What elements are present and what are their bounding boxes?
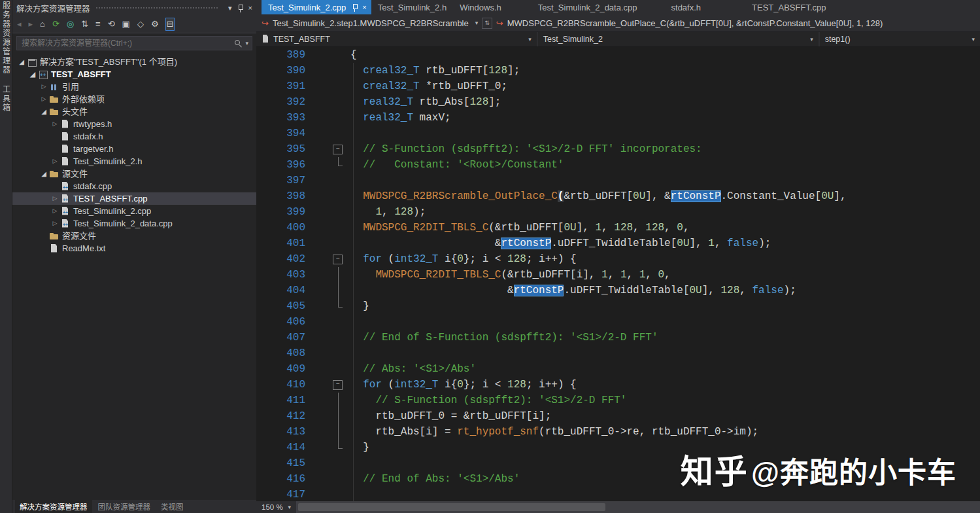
nav-dropdown-TEST_ABSFFT[interactable]: TEST_ABSFFT▾ [256,32,538,46]
scope-icon[interactable]: ◎ [66,18,75,30]
code-line-391[interactable]: 391 creal32_T *rtb_uDFFT_0; [256,79,980,94]
tool-window-tab-工具箱[interactable]: 工具箱 [1,85,12,113]
tree-item-Test_Simulink_2.cpp[interactable]: ▷Test_Simulink_2.cpp [12,205,256,217]
horizontal-scrollbar[interactable] [297,501,980,513]
chevron-down-icon[interactable]: ▾ [475,20,479,26]
tab-Test_Simulink_2.cpp[interactable]: Test_Simulink_2.cpp× [262,0,371,14]
collapse-all-icon[interactable]: ⊟ [165,18,175,31]
close-icon[interactable]: × [248,4,252,12]
search-input[interactable] [20,38,234,48]
tree-item-ReadMe.txt[interactable]: ReadMe.txt [12,242,256,255]
code-line-407[interactable]: 407 // End of S-Function (sdspfft2): '<S… [256,330,980,345]
code-line-413[interactable]: 413 rtb_Abs[i] = rt_hypotf_snf(rtb_uDFFT… [256,424,980,440]
code-line-395[interactable]: 395− // S-Function (sdspfft2): '<S1>/2-D… [256,141,980,157]
expanded-arrow-icon[interactable]: ◢ [27,68,38,80]
code-line-408[interactable]: 408 [256,345,980,361]
collapsed-arrow-icon[interactable]: ▷ [50,205,60,217]
nav-dropdown-Test_Simulink_2[interactable]: Test_Simulink_2▾ [538,32,820,46]
code-line-401[interactable]: 401 &rtConstP.uDFFT_TwiddleTable[0U], 1,… [256,236,980,251]
collapsed-arrow-icon[interactable]: ▷ [50,192,60,205]
code-line-399[interactable]: 399 1, 128); [256,204,980,220]
panel-tab-类视图[interactable]: 类视图 [156,500,188,513]
tree-item-stdafx.cpp[interactable]: stdafx.cpp [12,180,256,192]
call-nav-right[interactable]: MWDSPCG_R2BRScramble_OutPlace_C(&rtb_uDF… [507,18,883,28]
forward-icon[interactable]: ▸ [28,18,34,30]
tree-item-TEST_ABSFFT.cpp[interactable]: ▷TEST_ABSFFT.cpp [12,192,256,205]
search-icon[interactable] [234,39,243,48]
tool-window-tab-服务器资源管理器[interactable]: 服务器资源管理器 [1,1,12,75]
code-line-400[interactable]: 400 MWDSPCG_R2DIT_TBLS_C(&rtb_uDFFT[0U],… [256,220,980,236]
code-view-icon[interactable]: ◇ [137,18,144,30]
expanded-arrow-icon[interactable]: ◢ [39,168,49,180]
fold-toggle-icon[interactable]: − [333,145,343,154]
code-line-402[interactable]: 402− for (int32_T i{0}; i < 128; i++) { [256,251,980,267]
tab-Windows.h[interactable]: Windows.h [453,0,508,14]
nav-dropdown-step1()[interactable]: step1()▾ [820,32,980,46]
code-line-406[interactable]: 406 [256,314,980,330]
sort-icon[interactable]: ⇅ [80,18,89,30]
tree-item-解决方案"TEST_ABSFFT"(1 个项目)[interactable]: ◢解决方案"TEST_ABSFFT"(1 个项目) [12,56,256,68]
collapsed-arrow-icon[interactable]: ▷ [39,93,49,105]
tree-item-外部依赖项[interactable]: ▷外部依赖项 [12,93,256,105]
sync-with-active-document-icon[interactable]: ⟳ [52,18,60,30]
code-line-389[interactable]: 389{ [256,47,980,63]
code-line-403[interactable]: 403 MWDSPCG_R2DIT_TBLS_C(&rtb_uDFFT[i], … [256,267,980,283]
code-line-392[interactable]: 392 real32_T rtb_Abs[128]; [256,94,980,110]
tree-item-Test_Simulink_2.h[interactable]: ▷Test_Simulink_2.h [12,155,256,168]
zoom-control[interactable]: 150 % ▾ [256,501,297,513]
code-line-412[interactable]: 412 rtb_uDFFT_0 = &rtb_uDFFT[i]; [256,408,980,424]
code-line-393[interactable]: 393 real32_T maxV; [256,110,980,126]
drag-handle[interactable] [95,7,218,10]
code-line-411[interactable]: 411 // S-Function (sdspfft2): '<S1>/2-D … [256,393,980,408]
tree-item-targetver.h[interactable]: targetver.h [12,143,256,155]
tree-item-rtwtypes.h[interactable]: ▷rtwtypes.h [12,118,256,130]
search-dropdown-icon[interactable]: ▾ [245,40,248,46]
tab-Test_Simulink_2_data.cpp[interactable]: Test_Simulink_2_data.cpp [532,0,644,14]
properties-icon[interactable]: ⚙ [150,18,160,30]
collapsed-arrow-icon[interactable]: ▷ [50,155,60,168]
expanded-arrow-icon[interactable]: ◢ [16,56,27,68]
tree-item-资源文件[interactable]: 资源文件 [12,230,256,242]
tree-item-TEST_ABSFFT[interactable]: ◢TEST_ABSFFT [12,68,256,80]
show-all-files-icon[interactable]: ▣ [122,18,131,30]
panel-tab-解决方案资源管理器[interactable]: 解决方案资源管理器 [15,500,92,513]
call-nav-left[interactable]: Test_Simulink_2.step1.MWDSPCG_R2BRScramb… [273,18,469,28]
code-editor[interactable]: 389{390 creal32_T rtb_uDFFT[128];391 cre… [256,47,980,501]
tree-item-引用[interactable]: ▷引用 [12,80,256,93]
back-icon[interactable]: ◂ [16,18,22,30]
home-icon[interactable]: ⌂ [39,18,46,30]
tree-item-stdafx.h[interactable]: stdafx.h [12,130,256,143]
tab-stdafx.h[interactable]: stdafx.h [665,0,708,14]
code-line-397[interactable]: 397 [256,173,980,188]
tab-Test_Simulink_2.h[interactable]: Test_Simulink_2.h [371,0,454,14]
window-position-icon[interactable]: ▾ [228,4,232,12]
close-icon[interactable]: × [362,3,366,11]
code-line-409[interactable]: 409 // Abs: '<S1>/Abs' [256,361,980,377]
fold-toggle-icon[interactable]: − [333,255,343,264]
pin-icon[interactable] [352,3,358,12]
pin-icon[interactable] [237,4,243,12]
swap-order-icon[interactable]: ⇅ [482,18,492,29]
tree-item-头文件[interactable]: ◢头文件 [12,105,256,118]
collapsed-arrow-icon[interactable]: ▷ [50,217,60,230]
filter-icon[interactable]: ≡ [95,18,101,30]
doc-icon [60,119,71,130]
tree-item-Test_Simulink_2_data.cpp[interactable]: ▷Test_Simulink_2_data.cpp [12,217,256,230]
fold-toggle-icon[interactable]: − [333,380,343,390]
scrollbar-thumb[interactable] [298,503,605,511]
code-line-390[interactable]: 390 creal32_T rtb_uDFFT[128]; [256,63,980,79]
code-line-398[interactable]: 398 MWDSPCG_R2BRScramble_OutPlace_C(&rtb… [256,188,980,204]
collapsed-arrow-icon[interactable]: ▷ [39,80,49,93]
refresh-icon[interactable]: ⟲ [107,18,116,30]
code-line-405[interactable]: 405 } [256,298,980,314]
tree-item-源文件[interactable]: ◢源文件 [12,168,256,180]
code-line-396[interactable]: 396 // Constant: '<Root>/Constant' [256,157,980,173]
cpp-icon [60,194,71,204]
code-line-410[interactable]: 410− for (int32_T i{0}; i < 128; i++) { [256,377,980,393]
collapsed-arrow-icon[interactable]: ▷ [50,118,60,130]
code-line-394[interactable]: 394 [256,126,980,141]
expanded-arrow-icon[interactable]: ◢ [39,105,49,118]
code-line-404[interactable]: 404 &rtConstP.uDFFT_TwiddleTable[0U], 12… [256,283,980,298]
tab-TEST_ABSFFT.cpp[interactable]: TEST_ABSFFT.cpp [745,0,832,14]
panel-tab-团队资源管理器[interactable]: 团队资源管理器 [93,500,156,513]
